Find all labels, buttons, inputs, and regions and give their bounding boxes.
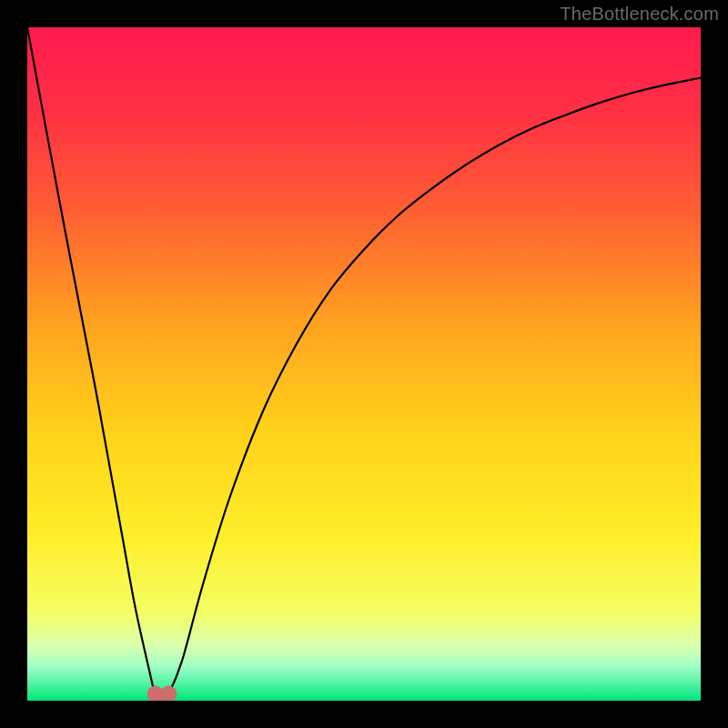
chart-frame: TheBottleneck.com xyxy=(0,0,728,728)
plot-area xyxy=(27,27,701,701)
minimum-markers xyxy=(147,686,177,701)
minimum-marker xyxy=(160,686,177,701)
curve-layer xyxy=(27,27,701,701)
watermark: TheBottleneck.com xyxy=(560,4,719,25)
bottleneck-curve xyxy=(27,27,701,701)
